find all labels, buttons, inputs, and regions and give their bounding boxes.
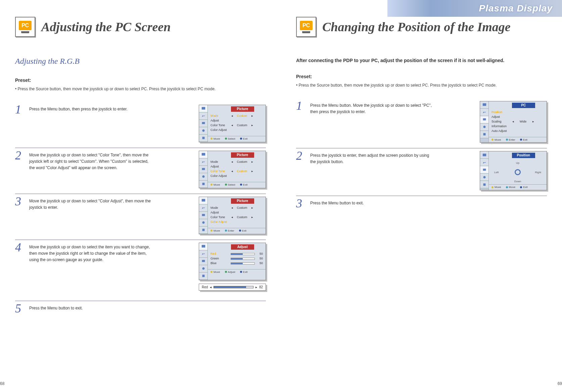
step-4: 4 Move the joystick up or down to select… xyxy=(15,240,266,291)
svg-rect-7 xyxy=(202,183,204,185)
osd-foot-move2: Move xyxy=(509,186,516,189)
arrow-right-icon: ▸ xyxy=(251,169,253,173)
osd-tab-icon xyxy=(199,227,207,234)
osd-picture-3: Picture Mode◂Custom▸ Adjust Color Tone◂C… xyxy=(199,197,266,234)
pc-icon: PC xyxy=(15,17,35,37)
svg-rect-15 xyxy=(202,275,204,277)
page-68: PC Adjusting the PC Screen Adjusting the… xyxy=(0,0,281,392)
adjust-dot-icon xyxy=(225,271,227,273)
osd-tab-icon xyxy=(199,219,207,227)
page-title: Adjusting the PC Screen xyxy=(41,20,171,33)
osd-tab-rail xyxy=(199,105,208,142)
svg-rect-5 xyxy=(202,168,205,170)
osd-row-label: Color Adjust xyxy=(210,220,229,224)
osd-tab-icon xyxy=(199,135,207,142)
exit-dot-icon xyxy=(240,138,242,140)
step-text: Move the joystick up or down to select t… xyxy=(29,243,153,291)
osd-row-label: Mode xyxy=(210,114,229,118)
svg-rect-8 xyxy=(201,199,205,202)
arrow-left-icon: ◂ xyxy=(231,124,233,127)
osd-tab-icon xyxy=(199,120,207,127)
exit-dot-icon xyxy=(520,139,522,141)
osd-tab-icon xyxy=(480,116,488,124)
osd-row-value: Custom xyxy=(235,114,249,118)
osd-row-label: Color Tone xyxy=(210,169,229,173)
steps-left: 1 Press the Menu button, then press the … xyxy=(15,102,266,314)
move-dot-icon xyxy=(210,184,213,186)
gauge-value: 82 xyxy=(259,285,263,289)
preset-note: • Press the Source button, then move the… xyxy=(15,86,266,92)
preset-label: Preset: xyxy=(15,77,266,84)
osd-title: Adjust xyxy=(231,244,254,250)
osd-row-label: Scaling xyxy=(491,120,510,124)
osd-tab-icon xyxy=(480,181,488,188)
step-number: 5 xyxy=(15,302,25,314)
arrow-left-icon: ◂ xyxy=(210,285,212,289)
osd-foot-enter: Enter xyxy=(228,229,234,233)
arrow-left-icon: ◂ xyxy=(231,114,233,118)
step-text: Press the Menu button to exit. xyxy=(310,199,364,209)
step-text: Press the Menu button. Move the joystick… xyxy=(310,101,434,143)
osd-row-value: Custom xyxy=(235,215,249,219)
svg-point-14 xyxy=(202,267,204,270)
step-number: 4 xyxy=(15,241,25,291)
gauge-bar xyxy=(214,286,253,288)
select-dot-icon xyxy=(225,184,227,186)
osd-adjust: Adjust Red50 Green50 Blue50 Move Adjust … xyxy=(199,243,266,291)
osd-foot-exit: Exit xyxy=(523,138,527,142)
osd-row-value: Custom xyxy=(235,160,249,164)
osd-tab-icon xyxy=(199,273,207,280)
gauge-bar xyxy=(231,258,255,260)
step-5: 5 Press the Menu button to exit. xyxy=(15,301,266,314)
osd-gauge-strip: Red ◂ ▸ 82 xyxy=(199,284,266,291)
banner-plasma-display: Plasma Display xyxy=(387,0,562,17)
step-number: 2 xyxy=(15,149,25,188)
osd-picture-1: Picture Mode◂Custom▸ Adjust Color Tone◂C… xyxy=(199,105,266,142)
move-dot-icon xyxy=(491,186,494,188)
osd-title: Picture xyxy=(231,152,254,158)
svg-rect-20 xyxy=(482,153,486,156)
step-number: 3 xyxy=(296,197,306,209)
osd-foot-adjust: Adjust xyxy=(228,271,235,274)
osd-tab-icon xyxy=(199,250,207,258)
osd-title: PC xyxy=(512,103,535,108)
svg-point-10 xyxy=(202,222,204,224)
osd-row-label: Position xyxy=(491,110,510,114)
joystick-ring-icon xyxy=(515,169,521,175)
osd-pc: PC Position Adjust Scaling◂Wide▸ Informa… xyxy=(480,101,547,143)
position-cross: Up Left Right Down xyxy=(489,160,547,184)
osd-row-label: Adjust xyxy=(210,211,229,214)
osd-foot-move: Move xyxy=(214,229,220,233)
gauge-value: 50 xyxy=(256,257,263,260)
exit-dot-icon xyxy=(240,271,242,273)
page-number: 69 xyxy=(558,381,562,386)
gauge-label: Red xyxy=(202,285,208,289)
svg-rect-19 xyxy=(483,133,485,136)
arrow-right-icon: ▸ xyxy=(532,120,534,124)
osd-row-label: Color Tone xyxy=(210,124,229,127)
arrow-right-icon: ▸ xyxy=(251,206,253,210)
osd-row-value: Custom xyxy=(235,206,249,210)
osd-foot-select: Select xyxy=(228,137,235,141)
exit-dot-icon xyxy=(520,186,522,188)
osd-tab-icon xyxy=(199,197,207,204)
osd-tab-icon xyxy=(199,158,207,166)
arrow-right-icon: ▸ xyxy=(251,160,253,164)
osd-foot-exit: Exit xyxy=(243,271,247,274)
step-text: Move the joystick up or down to select "… xyxy=(29,197,153,234)
svg-rect-1 xyxy=(202,122,205,124)
osd-foot-exit: Exit xyxy=(243,183,247,187)
osd-tab-icon xyxy=(199,105,207,112)
osd-row-label: Blue xyxy=(210,261,229,265)
pc-icon-base xyxy=(21,31,29,33)
osd-tab-icon xyxy=(199,127,207,135)
gauge-value: 50 xyxy=(256,252,263,256)
osd-foot-move: Move xyxy=(495,138,501,142)
page-title: Changing the Position of the Image xyxy=(322,20,511,33)
steps-right: 1 Press the Menu button. Move the joysti… xyxy=(296,98,547,209)
pc-icon-base xyxy=(302,31,310,33)
arrow-left-icon: ◂ xyxy=(231,215,233,219)
move-dot-icon xyxy=(491,139,494,141)
osd-row-label: Mode xyxy=(210,206,229,210)
osd-row-label: Color Tone xyxy=(210,215,229,219)
